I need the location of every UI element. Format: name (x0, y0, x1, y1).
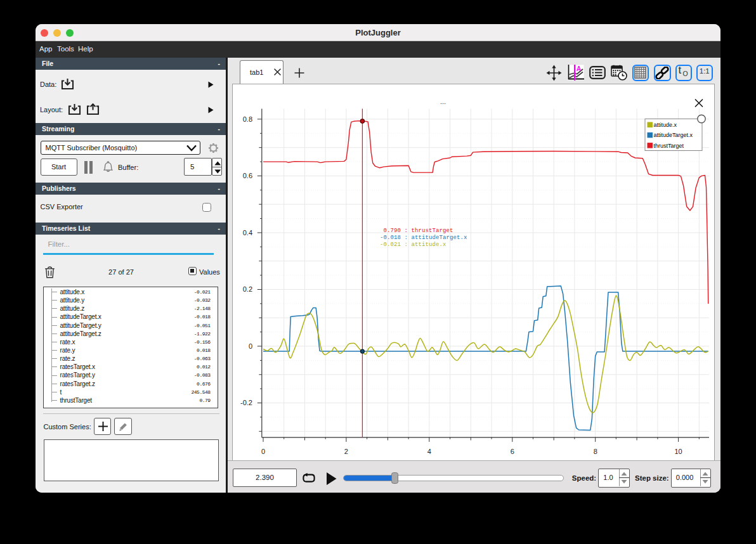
svg-text:10: 10 (674, 448, 682, 455)
svg-text:thrustTarget: thrustTarget (654, 142, 684, 148)
svg-text:A: A (577, 65, 581, 72)
svg-text:8: 8 (594, 448, 597, 455)
svg-text:-0.021 : attitude.x: -0.021 : attitude.x (380, 242, 446, 248)
svg-text:6: 6 (511, 448, 514, 455)
svg-text:0.6: 0.6 (243, 172, 252, 179)
svg-text:0.8: 0.8 (243, 115, 252, 122)
svg-text:-0.018 : attitudeTarget.x: -0.018 : attitudeTarget.x (380, 235, 467, 241)
svg-text:4: 4 (427, 448, 431, 455)
svg-text:0: 0 (249, 342, 252, 349)
svg-text:-0.2: -0.2 (240, 399, 252, 406)
svg-text:0.2: 0.2 (243, 285, 252, 293)
svg-text:0: 0 (261, 448, 265, 455)
svg-text:...: ... (440, 98, 446, 105)
svg-text:attitude.x: attitude.x (654, 122, 677, 128)
svg-text:0.4: 0.4 (243, 228, 252, 236)
svg-text:attitudeTarget.x: attitudeTarget.x (654, 132, 693, 138)
svg-text:2: 2 (344, 448, 348, 455)
svg-text:0.790 : thrustTarget: 0.790 : thrustTarget (380, 228, 453, 234)
